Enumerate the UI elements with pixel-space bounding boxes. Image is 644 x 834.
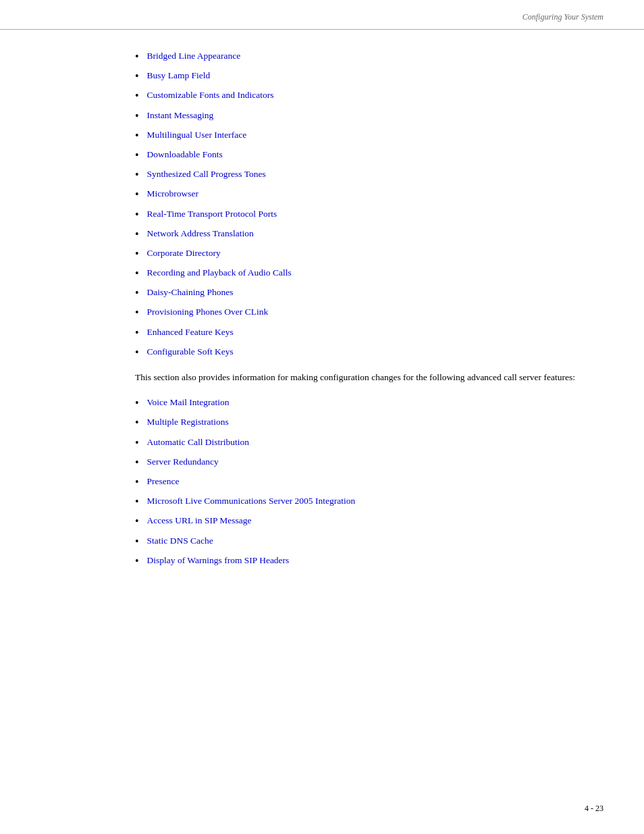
page-container: Configuring Your System •Bridged Line Ap…: [0, 0, 644, 834]
list-item: •Downloadable Fonts: [135, 149, 603, 161]
list-item: •Synthesized Call Progress Tones: [135, 168, 603, 181]
list-item: •Real-Time Transport Protocol Ports: [135, 208, 603, 221]
list-item: •Presence: [135, 475, 603, 488]
feature-link[interactable]: Busy Lamp Field: [147, 70, 211, 82]
bullet-icon: •: [135, 436, 139, 449]
bullet-icon: •: [135, 129, 139, 142]
feature-link[interactable]: Corporate Directory: [147, 247, 221, 260]
feature-link[interactable]: Recording and Playback of Audio Calls: [147, 267, 292, 280]
bullet-icon: •: [135, 228, 139, 240]
feature-link[interactable]: Presence: [147, 475, 180, 488]
bullet-icon: •: [135, 416, 139, 429]
feature-link[interactable]: Display of Warnings from SIP Headers: [147, 554, 290, 567]
bullet-icon: •: [135, 149, 139, 161]
list-item: •Voice Mail Integration: [135, 396, 603, 409]
feature-link[interactable]: Real-Time Transport Protocol Ports: [147, 208, 277, 221]
feature-link[interactable]: Customizable Fonts and Indicators: [147, 89, 274, 102]
list-item: •Corporate Directory: [135, 247, 603, 260]
list-item: •Multilingual User Interface: [135, 129, 603, 142]
bullet-icon: •: [135, 535, 139, 548]
list-item: •Busy Lamp Field: [135, 70, 603, 82]
bullet-icon: •: [135, 247, 139, 260]
bullet-icon: •: [135, 89, 139, 102]
feature-link[interactable]: Configurable Soft Keys: [147, 346, 234, 359]
list-item: •Instant Messaging: [135, 109, 603, 122]
list-item: •Daisy-Chaining Phones: [135, 286, 603, 299]
list-item: •Access URL in SIP Message: [135, 515, 603, 527]
feature-link[interactable]: Network Address Translation: [147, 228, 254, 240]
feature-list-1: •Bridged Line Appearance•Busy Lamp Field…: [135, 50, 603, 359]
bullet-icon: •: [135, 396, 139, 409]
feature-link[interactable]: Static DNS Cache: [147, 535, 213, 548]
list-item: •Multiple Registrations: [135, 416, 603, 429]
list-item: •Network Address Translation: [135, 228, 603, 240]
feature-link[interactable]: Daisy-Chaining Phones: [147, 286, 234, 299]
bullet-icon: •: [135, 306, 139, 319]
list-item: •Display of Warnings from SIP Headers: [135, 554, 603, 567]
feature-link[interactable]: Bridged Line Appearance: [147, 50, 241, 63]
bullet-icon: •: [135, 286, 139, 299]
list-item: •Enhanced Feature Keys: [135, 326, 603, 339]
feature-link[interactable]: Synthesized Call Progress Tones: [147, 168, 266, 181]
feature-link[interactable]: Multilingual User Interface: [147, 129, 247, 142]
list-item: •Static DNS Cache: [135, 535, 603, 548]
feature-list-2: •Voice Mail Integration•Multiple Registr…: [135, 396, 603, 567]
page-footer: 4 - 23: [585, 804, 603, 814]
list-item: •Server Redundancy: [135, 456, 603, 469]
bullet-icon: •: [135, 475, 139, 488]
list-item: •Customizable Fonts and Indicators: [135, 89, 603, 102]
bullet-icon: •: [135, 188, 139, 201]
bullet-icon: •: [135, 168, 139, 181]
header-title: Configuring Your System: [522, 12, 603, 22]
body-text: This section also provides information f…: [135, 371, 603, 384]
list-item: •Automatic Call Distribution: [135, 436, 603, 449]
list-item: •Microbrowser: [135, 188, 603, 201]
bullet-icon: •: [135, 554, 139, 567]
feature-link[interactable]: Enhanced Feature Keys: [147, 326, 234, 339]
bullet-icon: •: [135, 267, 139, 280]
list-item: •Configurable Soft Keys: [135, 346, 603, 359]
bullet-icon: •: [135, 50, 139, 63]
bullet-icon: •: [135, 495, 139, 508]
bullet-icon: •: [135, 515, 139, 527]
feature-link[interactable]: Multiple Registrations: [147, 416, 229, 429]
bullet-icon: •: [135, 109, 139, 122]
feature-link[interactable]: Server Redundancy: [147, 456, 219, 469]
bullet-icon: •: [135, 346, 139, 359]
page-header: Configuring Your System: [0, 0, 644, 30]
feature-link[interactable]: Voice Mail Integration: [147, 396, 230, 409]
page-number: 4 - 23: [585, 804, 603, 813]
content-area: •Bridged Line Appearance•Busy Lamp Field…: [0, 30, 644, 620]
feature-link[interactable]: Instant Messaging: [147, 109, 214, 122]
list-item: •Provisioning Phones Over CLink: [135, 306, 603, 319]
feature-link[interactable]: Downloadable Fonts: [147, 149, 223, 161]
list-item: •Recording and Playback of Audio Calls: [135, 267, 603, 280]
list-item: •Bridged Line Appearance: [135, 50, 603, 63]
bullet-icon: •: [135, 70, 139, 82]
feature-link[interactable]: Automatic Call Distribution: [147, 436, 250, 449]
bullet-icon: •: [135, 456, 139, 469]
feature-link[interactable]: Provisioning Phones Over CLink: [147, 306, 269, 319]
feature-link[interactable]: Microsoft Live Communications Server 200…: [147, 495, 356, 508]
bullet-icon: •: [135, 208, 139, 221]
feature-link[interactable]: Microbrowser: [147, 188, 198, 201]
list-item: •Microsoft Live Communications Server 20…: [135, 495, 603, 508]
feature-link[interactable]: Access URL in SIP Message: [147, 515, 252, 527]
bullet-icon: •: [135, 326, 139, 339]
